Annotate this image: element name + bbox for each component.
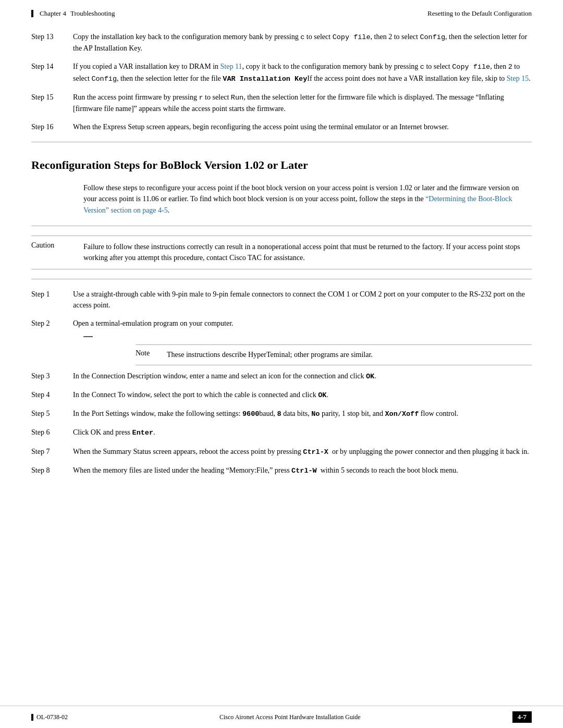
step-1-label: Step 1 [31,289,73,311]
step-14-text: If you copied a VAR installation key to … [73,61,532,84]
step-15-row: Step 15 Run the access point firmware by… [31,92,532,114]
step-5-text: In the Port Settings window, make the fo… [73,408,532,419]
step-13-label: Step 13 [31,31,73,54]
header-left: Chapter 4 Troubleshooting [31,9,115,18]
intro-link[interactable]: “Determining the Boot-Block Version” sec… [83,195,512,214]
step-2-text: Open a terminal-emulation program on you… [73,318,532,329]
header-bar-icon [31,10,33,17]
divider-2 [31,226,532,226]
step-3-text: In the Connection Description window, en… [73,371,532,382]
note-bar-wrap [83,336,532,339]
divider-3 [31,279,532,279]
header-chapter: Chapter 4 [40,9,66,18]
step-15-label: Step 15 [31,92,73,114]
footer-left: OL-0738-02 [31,713,68,721]
step5-flowctrl: Xon/Xoff [385,410,419,418]
step-8-label: Step 8 [31,465,73,476]
step15-code-run: Run [231,94,243,102]
intro-paragraph: Follow these steps to reconfigure your a… [83,182,532,216]
divider-1 [31,142,532,142]
step-1-row: Step 1 Use a straight-through cable with… [31,289,532,311]
page: Chapter 4 Troubleshooting Resetting to t… [0,0,563,728]
step15-code-r: r [199,94,203,102]
step-8-text: When the memory files are listed under t… [73,465,532,476]
header-right: Resetting to the Default Configuration [427,9,532,18]
step5-baud: 9600 [242,410,259,418]
footer-center-text: Cisco Aironet Access Point Hardware Inst… [219,713,361,721]
step-16-label: Step 16 [31,121,73,132]
step-7-label: Step 7 [31,446,73,458]
main-steps-section: Step 1 Use a straight-through cable with… [31,289,532,476]
top-steps-section: Step 13 Copy the installation key back t… [31,31,532,132]
step-13-text: Copy the installation key back to the co… [73,31,532,54]
page-footer: OL-0738-02 Cisco Aironet Access Point Ha… [0,706,563,728]
step-4-text: In the Connect To window, select the por… [73,389,532,401]
footer-doc-number: OL-0738-02 [36,713,68,721]
page-header: Chapter 4 Troubleshooting Resetting to t… [0,0,563,22]
step-16-row: Step 16 When the Express Setup screen ap… [31,121,532,132]
step5-databits: 8 [277,410,282,418]
main-content: Step 13 Copy the installation key back t… [0,22,563,525]
step14-link-step11[interactable]: Step 11 [221,63,242,70]
step8-ctrlw: Ctrl-W [291,467,317,475]
step-5-row: Step 5 In the Port Settings window, make… [31,408,532,419]
step14-code-2: 2 [508,63,512,71]
step14-link-step15[interactable]: Step 15 [507,75,529,82]
step14-code-config: Config [91,75,117,83]
step-5-label: Step 5 [31,408,73,419]
step-4-row: Step 4 In the Connect To window, select … [31,389,532,401]
step-3-label: Step 3 [31,371,73,382]
step3-ok: OK [366,373,374,380]
step-7-text: When the Summary Status screen appears, … [73,446,532,458]
caution-block: Caution Failure to follow these instruct… [31,236,532,269]
note-block: Note These instructions describe HyperTe… [136,344,532,365]
footer-bar-icon [31,714,33,721]
step6-enter: Enter [132,429,154,437]
step7-ctrlx: Ctrl-X [303,448,328,456]
step5-parity: No [311,410,320,418]
caution-text: Failure to follow these instructions cor… [83,241,532,264]
step-15-text: Run the access point firmware by pressin… [73,92,532,114]
step-4-label: Step 4 [31,389,73,401]
step14-code-varkey: VAR Installation Key [223,75,307,83]
step-14-label: Step 14 [31,61,73,84]
step-14-row: Step 14 If you copied a VAR installation… [31,61,532,84]
step14-code-c: c [420,63,424,71]
step-1-text: Use a straight-through cable with 9-pin … [73,289,532,311]
section-heading: Reconfiguration Steps for BoBlock Versio… [31,158,532,173]
note-label: Note [136,349,167,361]
step13-code-copyfile: Copy file [333,33,371,41]
step14-code-copyfile: Copy file [452,63,490,71]
step-2-row: Step 2 Open a terminal-emulation program… [31,318,532,329]
step-6-row: Step 6 Click OK and press Enter. [31,427,532,438]
step-6-label: Step 6 [31,427,73,438]
note-text: These instructions describe HyperTeminal… [167,349,532,361]
step-6-text: Click OK and press Enter. [73,427,532,438]
step4-ok: OK [318,391,326,399]
note-small-bar [83,336,93,337]
note-wrapper: Note These instructions describe HyperTe… [83,336,532,365]
footer-page-number: 4-7 [512,711,532,723]
step-7-row: Step 7 When the Summary Status screen ap… [31,446,532,458]
header-chapter-label: Troubleshooting [70,9,115,18]
step13-code-config: Config [420,33,445,41]
step13-code-c: c [300,33,304,41]
step-2-label: Step 2 [31,318,73,329]
step-13-row: Step 13 Copy the installation key back t… [31,31,532,54]
step-16-text: When the Express Setup screen appears, b… [73,121,532,132]
step-3-row: Step 3 In the Connection Description win… [31,371,532,382]
step-8-row: Step 8 When the memory files are listed … [31,465,532,476]
caution-label: Caution [31,241,83,264]
